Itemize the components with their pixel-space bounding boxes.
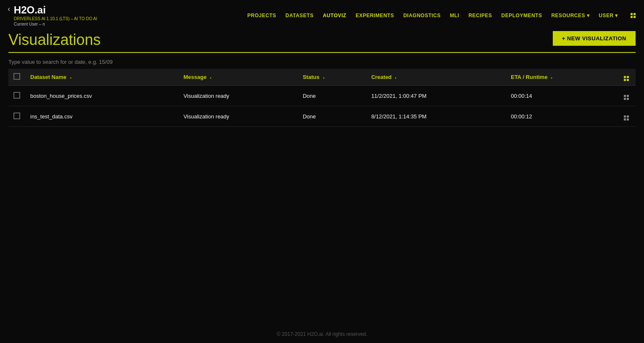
nav-user[interactable]: USER ▾: [599, 13, 618, 18]
footer: © 2017-2021 H2O.ai. All rights reserved.: [0, 331, 644, 337]
select-all-checkbox[interactable]: [13, 73, 20, 80]
new-visualization-button[interactable]: + NEW VISUALIZATION: [553, 31, 636, 46]
sort-dataset-name-icon: ⬩: [69, 75, 72, 80]
col-created-label: Created: [371, 74, 393, 80]
sort-message-icon: ⬩: [209, 75, 212, 80]
nav-recipes[interactable]: RECIPES: [468, 13, 492, 18]
logo-subtitle: DRIVERLESS AI 1.10.1 (LTS) – AI TO DO AI…: [14, 16, 97, 27]
row-options-icon-0: [624, 95, 629, 100]
col-header-eta-runtime[interactable]: ETA / Runtime ⬩: [506, 69, 617, 86]
row-options-icon-1: [624, 115, 629, 120]
nav-links: PROJECTS DATASETS AUTOVIZ EXPERIMENTS DI…: [247, 13, 636, 18]
row-checkbox-0[interactable]: [13, 92, 20, 99]
row-options-cell: [617, 86, 636, 106]
row-message: Visualization ready: [178, 86, 298, 106]
sort-created-icon: ⬩: [394, 75, 397, 80]
sort-eta-runtime-icon: ⬩: [550, 75, 553, 80]
row-status: Done: [298, 106, 366, 127]
nav-autoviz[interactable]: AUTOVIZ: [323, 13, 346, 18]
row-eta-runtime: 00:00:14: [506, 86, 617, 106]
row-created: 11/2/2021, 1:00:47 PM: [366, 86, 506, 106]
row-eta-runtime: 00:00:12: [506, 106, 617, 127]
col-dataset-name-label: Dataset Name: [30, 74, 68, 80]
col-header-message[interactable]: Message ⬩: [178, 69, 298, 86]
row-checkbox-cell: [8, 106, 25, 127]
col-header-dataset-name[interactable]: Dataset Name ⬩: [25, 69, 178, 86]
top-nav: ‹ H2O.ai DRIVERLESS AI 1.10.1 (LTS) – AI…: [0, 0, 644, 27]
table-body: boston_house_prices.csv Visualization re…: [8, 86, 636, 127]
page-title: Visualizations: [8, 31, 100, 49]
nav-right-icons: [631, 13, 636, 18]
col-eta-runtime-label: ETA / Runtime: [511, 74, 549, 80]
nav-projects[interactable]: PROJECTS: [247, 13, 276, 18]
nav-experiments[interactable]: EXPERIMENTS: [356, 13, 394, 18]
row-options-cell: [617, 106, 636, 127]
row-dataset-name: ins_test_data.csv: [25, 106, 178, 127]
table-container: Dataset Name ⬩ Message ⬩ Status ⬩ Create…: [0, 69, 644, 127]
logo-block: H2O.ai DRIVERLESS AI 1.10.1 (LTS) – AI T…: [14, 4, 97, 27]
footer-text: © 2017-2021 H2O.ai. All rights reserved.: [277, 331, 367, 337]
table-row: boston_house_prices.csv Visualization re…: [8, 86, 636, 106]
row-created: 8/12/2021, 1:14:35 PM: [366, 106, 506, 127]
nav-diagnostics[interactable]: DIAGNOSTICS: [403, 13, 441, 18]
row-checkbox-cell: [8, 86, 25, 106]
table-header-row: Dataset Name ⬩ Message ⬩ Status ⬩ Create…: [8, 69, 636, 86]
page-header: Visualizations + NEW VISUALIZATION: [0, 27, 644, 49]
row-dataset-name: boston_house_prices.csv: [25, 86, 178, 106]
row-message: Visualization ready: [178, 106, 298, 127]
visualizations-table: Dataset Name ⬩ Message ⬩ Status ⬩ Create…: [8, 69, 636, 127]
row-options-button-0[interactable]: [622, 91, 631, 101]
col-message-label: Message: [183, 74, 208, 80]
sort-status-icon: ⬩: [322, 75, 325, 80]
nav-mli[interactable]: MLI: [450, 13, 459, 18]
nav-datasets[interactable]: DATASETS: [285, 13, 314, 18]
col-header-created[interactable]: Created ⬩: [366, 69, 506, 86]
col-header-status[interactable]: Status ⬩: [298, 69, 366, 86]
back-arrow-icon[interactable]: ‹: [7, 5, 11, 13]
search-hint-text: Type value to search for or date, e.g. 1…: [8, 59, 113, 65]
logo-area: ‹ H2O.ai DRIVERLESS AI 1.10.1 (LTS) – AI…: [7, 4, 97, 27]
grid-icon: [631, 13, 636, 18]
col-header-options: [617, 69, 636, 86]
col-status-label: Status: [303, 74, 321, 80]
nav-resources[interactable]: RESOURCES ▾: [551, 13, 589, 18]
row-status: Done: [298, 86, 366, 106]
logo-text: H2O.ai: [14, 4, 97, 16]
table-row: ins_test_data.csv Visualization ready Do…: [8, 106, 636, 127]
header-checkbox-col: [8, 69, 25, 86]
col-options-grid-icon: [624, 76, 629, 81]
search-area: Type value to search for or date, e.g. 1…: [0, 53, 644, 69]
nav-deployments[interactable]: DEPLOYMENTS: [501, 13, 542, 18]
row-options-button-1[interactable]: [622, 111, 631, 121]
row-checkbox-1[interactable]: [13, 113, 20, 119]
